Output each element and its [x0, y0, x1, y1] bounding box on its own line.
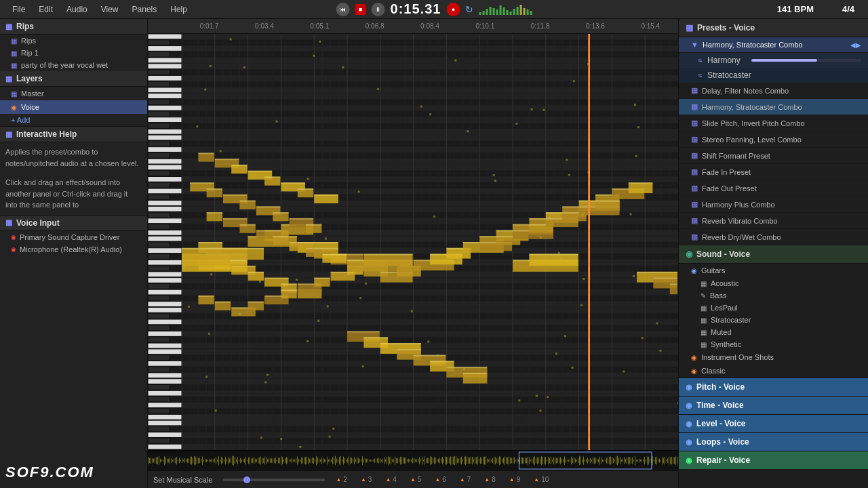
preset-stereo[interactable]: ▦ Stereo Panning, Level Combo [679, 131, 868, 148]
rips-section: ▦ Rips ▦ Rips ▦ Rip 1 ▦ party of the yea… [0, 19, 147, 71]
bass-icon: ✎ [701, 292, 706, 300]
preset-active-label: Harmony, Stratocaster Combo [703, 41, 803, 49]
voice-input-header: ▦ Voice Input [0, 216, 147, 231]
layer-item-master[interactable]: ▦ Master [0, 87, 147, 100]
sound-guitars[interactable]: ◉ Guitars [679, 264, 868, 277]
loops-header[interactable]: ◉ Loops - Voice [679, 433, 868, 451]
mic-icon-realtek: ◉ [11, 246, 16, 253]
piano-keys: // This is rendered via SVG below [148, 34, 182, 450]
master-icon: ▦ [11, 90, 17, 98]
input-mic-label: Microphone (Realtek(R) Audio) [20, 245, 122, 253]
loops-section: ◉ Loops - Voice [679, 432, 868, 451]
stop-button[interactable]: ■ [355, 4, 366, 15]
strat-sub-label: Stratocaster [707, 70, 751, 80]
strat-label: Stratocaster [711, 316, 751, 324]
muted-label: Muted [711, 328, 732, 336]
preset-delay-label: Delay, Filter Notes Combo [702, 87, 789, 95]
preset-reverb-vib[interactable]: ▦ Reverb Vibrato Combo [679, 213, 868, 229]
preset-active[interactable]: ▼ Harmony, Stratocaster Combo ◀▶ [679, 37, 868, 53]
pause-button[interactable]: ⏸ [372, 3, 385, 16]
note-5: ▲5 [410, 476, 421, 483]
acoustic-icon: ▦ [701, 280, 707, 287]
level-meter [479, 4, 532, 15]
center-area: 0:01.7 0:03.4 0:05.1 0:06.8 0:08.4 0:10.… [148, 19, 678, 488]
note-grid[interactable] [182, 34, 678, 450]
rip-1-icon: ▦ [11, 49, 17, 57]
preset-fadeout[interactable]: ▦ Fade Out Preset [679, 180, 868, 197]
menu-bar: File Edit Audio View Panels Help ⏮ ■ ⏸ 0… [0, 0, 868, 19]
sound-acoustic[interactable]: ▦ Acoustic [679, 277, 868, 289]
scale-slider-thumb[interactable] [243, 476, 250, 483]
sound-lespaul[interactable]: ▦ LesPaul [679, 302, 868, 314]
input-item-mic[interactable]: ◉ Microphone (Realtek(R) Audio) [0, 243, 147, 256]
time-signature: 4/4 [842, 4, 854, 14]
preset-delay[interactable]: ▦ Delay, Filter Notes Combo [679, 83, 868, 99]
rewind-button[interactable]: ⏮ [336, 3, 350, 16]
preset-slide-label: Slide Pitch, Invert Pitch Combo [702, 119, 805, 127]
classic-label: Classic [701, 367, 725, 375]
menu-edit[interactable]: Edit [32, 3, 60, 16]
rip-item-rips[interactable]: ▦ Rips [0, 35, 147, 47]
sync-icon[interactable]: ↻ [465, 4, 473, 15]
sound-muted[interactable]: ▦ Muted [679, 326, 868, 338]
preset-active-arrow: ◀▶ [850, 41, 861, 49]
timeline-bar: 0:01.7 0:03.4 0:05.1 0:06.8 0:08.4 0:10.… [148, 19, 678, 34]
preset-slide[interactable]: ▦ Slide Pitch, Invert Pitch Combo [679, 115, 868, 131]
preset-fadeout-label: Fade Out Preset [702, 184, 757, 192]
mark-1: 0:03.4 [237, 22, 292, 30]
mini-map[interactable] [148, 450, 678, 470]
pitch-header[interactable]: ◉ Pitch - Voice [679, 378, 868, 396]
menu-audio[interactable]: Audio [60, 3, 94, 16]
menu-help[interactable]: Help [163, 3, 194, 16]
mark-2: 0:05.1 [292, 22, 347, 30]
muted-icon: ▦ [701, 329, 707, 336]
add-layer-button[interactable]: + Add [0, 114, 147, 126]
sound-classic[interactable]: ◉ Classic [679, 364, 868, 378]
preset-fadein[interactable]: ▦ Fade In Preset [679, 164, 868, 180]
strat-icon: ▦ [701, 317, 707, 324]
preset-formant[interactable]: ▦ Shift Formant Preset [679, 148, 868, 164]
input-item-primary[interactable]: ◉ Primary Sound Capture Driver [0, 231, 147, 243]
sound-synthetic[interactable]: ▦ Synthetic [679, 338, 868, 350]
mark-0: 0:01.7 [182, 22, 237, 30]
record-button[interactable]: ● [446, 3, 460, 16]
sound-oneshots[interactable]: ◉ Instrument One Shots [679, 350, 868, 364]
rips-header: ▦ Rips [0, 19, 147, 35]
sound-header-icon: ◉ [686, 249, 692, 259]
sound-bass[interactable]: ✎ Bass [679, 289, 868, 302]
repair-icon: ◉ [686, 456, 692, 465]
voice-input-label: Voice Input [16, 218, 60, 228]
preset-rvib-label: Reverb Vibrato Combo [702, 217, 778, 225]
layer-item-voice[interactable]: ◉ Voice [0, 100, 147, 114]
rip-item-vocal[interactable]: ▦ party of the year vocal wet [0, 59, 147, 71]
note-6: ▲6 [435, 476, 446, 483]
lespaul-icon: ▦ [701, 304, 707, 312]
timeline-marks: 0:01.7 0:03.4 0:05.1 0:06.8 0:08.4 0:10.… [182, 22, 678, 30]
mark-6: 0:11.8 [513, 22, 568, 30]
voice-icon: ◉ [11, 104, 17, 111]
scale-slider[interactable] [223, 479, 325, 481]
preset-harmony-plus[interactable]: ▦ Harmony Plus Combo [679, 197, 868, 213]
preset-harmony-strat[interactable]: ▦ Harmony, Stratocaster Combo [679, 99, 868, 115]
level-header[interactable]: ◉ Level - Voice [679, 415, 868, 432]
time-header[interactable]: ◉ Time - Voice [679, 396, 868, 414]
repair-header[interactable]: ◉ Repair - Voice [679, 451, 868, 469]
strat-sub-icon: ≈ [698, 71, 702, 79]
rip-item-1[interactable]: ▦ Rip 1 [0, 47, 147, 59]
preset-stereo-icon: ▦ [691, 135, 698, 144]
rip-rips-label: Rips [21, 37, 36, 45]
preset-hstrat-icon: ▦ [691, 102, 698, 111]
menu-file[interactable]: File [5, 3, 32, 16]
mark-3: 0:06.8 [347, 22, 402, 30]
right-panel: ▦ Presets - Voice ▼ Harmony, Stratocaste… [678, 19, 868, 488]
harmony-expanded: ≈ Harmony ≈ Stratocaster [679, 53, 868, 83]
menu-panels[interactable]: Panels [125, 3, 164, 16]
level-icon: ◉ [686, 420, 692, 428]
preset-reverb-dry[interactable]: ▦ Reverb Dry/Wet Combo [679, 229, 868, 245]
preset-hplus-label: Harmony Plus Combo [702, 201, 775, 209]
sound-stratocaster[interactable]: ▦ Stratocaster [679, 314, 868, 326]
note-8: ▲8 [484, 476, 495, 483]
level-label: Level - Voice [696, 419, 745, 428]
loops-label: Loops - Voice [696, 437, 749, 447]
menu-view[interactable]: View [94, 3, 125, 16]
